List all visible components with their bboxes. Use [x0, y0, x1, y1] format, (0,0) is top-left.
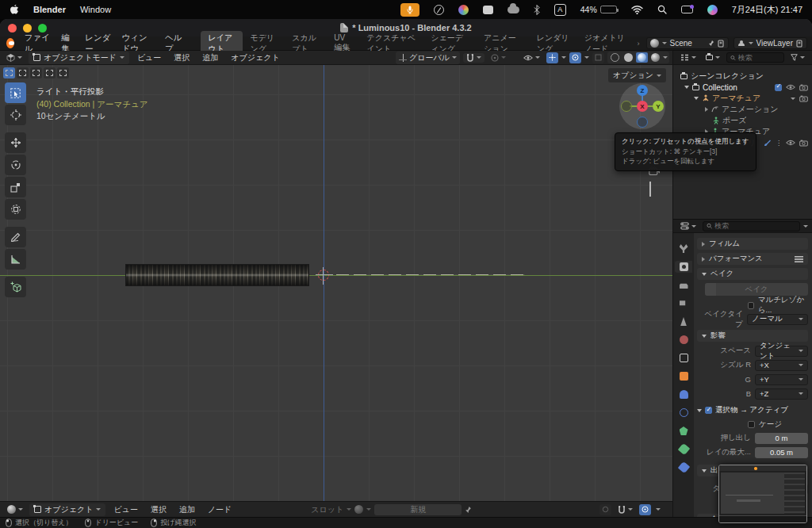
node-overlays-toggle[interactable] [639, 504, 651, 515]
gizmo-y-ball[interactable]: Y [653, 101, 664, 112]
tab-bone[interactable] [675, 443, 692, 455]
extrusion-value-slider[interactable]: 0 m [755, 433, 808, 444]
tab-world[interactable] [675, 334, 692, 346]
selected-to-active-checkbox[interactable] [705, 407, 712, 414]
tab-physics[interactable] [675, 407, 692, 419]
select-set-button[interactable] [3, 67, 15, 78]
tab-collection[interactable] [675, 352, 692, 364]
mode-dropdown[interactable]: オブジェクトモード [29, 52, 129, 64]
toggle-ortho-grid-icon[interactable] [649, 182, 651, 197]
move-tool[interactable] [5, 132, 26, 153]
shading-rendered-button[interactable] [649, 52, 661, 63]
shading-solid-button[interactable] [622, 52, 634, 63]
battery-indicator[interactable]: 44% [580, 5, 617, 14]
hide-eye-icon[interactable] [786, 140, 795, 146]
preset-list-icon[interactable] [795, 256, 803, 262]
outliner-row-pose[interactable]: ポーズ [673, 115, 812, 126]
slot-dropdown[interactable]: スロット [311, 504, 343, 515]
armature-collapse-icon[interactable] [791, 98, 795, 100]
outliner-row-armature-object[interactable]: アーマチュア [673, 93, 812, 104]
tab-output[interactable] [675, 279, 692, 291]
node-snap-dropdown[interactable] [615, 505, 636, 515]
spotlight-icon[interactable] [657, 3, 667, 16]
swizzle-g-dropdown[interactable]: +Y [755, 374, 808, 385]
unpin-icon[interactable] [708, 40, 714, 47]
select-invert-button[interactable] [44, 67, 56, 78]
select-intersect-button[interactable] [57, 67, 69, 78]
chat-app-status-icon[interactable] [483, 3, 493, 16]
node-menu-view[interactable]: ビュー [109, 504, 142, 515]
disable-render-camera-icon[interactable] [799, 95, 808, 102]
siri-icon[interactable] [707, 3, 718, 16]
viewport-menu-object[interactable]: オブジェクト [226, 52, 284, 63]
ray-distance-value-slider[interactable]: 0.05 m [755, 447, 808, 458]
swizzle-r-dropdown[interactable]: +X [755, 360, 808, 371]
space-dropdown[interactable]: タンジェント [755, 346, 808, 357]
tab-bone-constraint[interactable] [675, 461, 692, 473]
close-button[interactable] [8, 24, 17, 33]
viewlayer-selector[interactable]: ViewLayer [733, 37, 808, 49]
fan-status-icon[interactable] [434, 3, 444, 16]
disable-render-camera-icon[interactable] [799, 140, 808, 147]
shading-options-chevron[interactable] [663, 56, 668, 59]
node-snap-target-icon[interactable] [599, 504, 611, 515]
bake-button[interactable]: ベイク [705, 283, 808, 296]
tab-object[interactable] [675, 370, 692, 382]
input-source-indicator[interactable]: A [554, 4, 566, 16]
new-viewlayer-icon[interactable] [796, 40, 803, 48]
workspace-overflow-icon[interactable]: › [638, 40, 640, 48]
multires-checkbox[interactable] [748, 302, 754, 309]
properties-search-input[interactable] [714, 222, 796, 230]
transform-tool[interactable] [5, 199, 26, 220]
hide-eye-icon[interactable] [786, 84, 795, 90]
proportional-edit-dropdown[interactable] [488, 53, 509, 63]
color-wheel-status-icon[interactable] [458, 3, 469, 16]
node-menu-node[interactable]: ノード [203, 504, 236, 515]
apple-menu-icon[interactable] [10, 3, 19, 16]
collection-checkbox[interactable] [775, 84, 782, 91]
gizmo-x-ball[interactable]: X [637, 101, 648, 112]
viewport-3d[interactable]: ライト・平行投影 (40) Collection | アーマチュア 10センチメ… [0, 65, 672, 501]
node-overlays-chevron[interactable] [656, 508, 661, 511]
add-cube-tool[interactable] [5, 277, 26, 297]
select-subtract-button[interactable] [30, 67, 42, 78]
node-menu-add[interactable]: 追加 [174, 504, 200, 515]
tab-scene[interactable] [675, 316, 692, 327]
bake-type-dropdown[interactable]: ノーマル [747, 314, 808, 325]
show-overlays-toggle[interactable] [569, 52, 581, 63]
properties-search[interactable] [703, 221, 800, 231]
properties-editor-type-button[interactable] [677, 221, 699, 231]
cursor-tool[interactable] [5, 105, 26, 125]
tab-view-layer[interactable] [675, 297, 692, 309]
visibility-dropdown[interactable] [520, 54, 543, 62]
performance-panel-header[interactable]: パフォーマンス [697, 253, 808, 265]
menubar-clock[interactable]: 7月24日(木) 21:47 [732, 4, 802, 16]
new-material-button[interactable]: 新規 [374, 504, 462, 515]
options-dropdown[interactable]: オプション [608, 68, 666, 82]
select-extend-button[interactable] [17, 67, 29, 78]
outliner-row-animation[interactable]: アニメーション [673, 104, 812, 115]
screen-mirroring-icon[interactable] [681, 3, 693, 16]
gizmo-minus-y-ball[interactable] [621, 101, 632, 112]
mic-indicator[interactable] [400, 3, 419, 17]
wifi-icon[interactable] [631, 3, 643, 16]
shading-material-button[interactable] [636, 52, 648, 63]
shader-type-dropdown[interactable]: オブジェクト [29, 503, 105, 516]
outliner-display-mode-button[interactable] [703, 54, 723, 61]
node-editor-type-button[interactable] [4, 504, 26, 515]
show-gizmo-toggle[interactable] [546, 52, 558, 63]
bluetooth-icon[interactable] [534, 3, 540, 16]
tab-object-data[interactable] [675, 425, 692, 437]
multires-checkbox-row[interactable]: マルチレゾから... [748, 300, 808, 311]
rotate-tool[interactable] [5, 155, 26, 175]
blender-logo-icon[interactable] [6, 38, 14, 48]
tab-modifiers[interactable] [675, 388, 692, 400]
outliner-search[interactable] [726, 52, 784, 63]
xray-toggle[interactable] [592, 52, 604, 63]
tab-tool[interactable] [675, 243, 692, 254]
annotate-tool[interactable] [5, 227, 26, 247]
scene-selector[interactable]: Scene [646, 37, 729, 49]
menubar-window-menu[interactable]: Window [80, 5, 111, 14]
properties-options-chevron[interactable] [803, 225, 808, 228]
viewport-menu-select[interactable]: 選択 [169, 52, 194, 63]
